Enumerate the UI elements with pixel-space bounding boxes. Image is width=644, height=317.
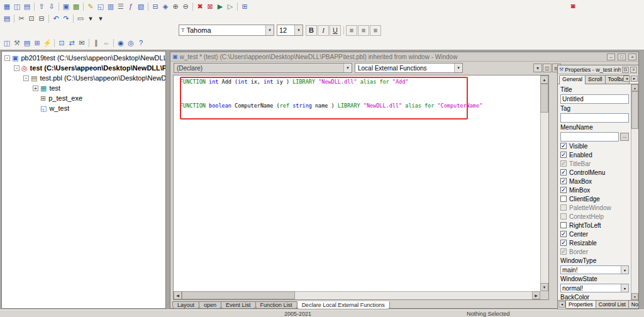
save-icon[interactable]: ▤ (2, 14, 12, 23)
target-icon[interactable]: ▩ (71, 2, 81, 11)
chevron-down-icon[interactable]: ▾ (294, 25, 303, 35)
scroll-up-icon[interactable]: ▲ (631, 84, 638, 91)
undo-icon[interactable]: ↶ (51, 14, 61, 23)
edit-icon[interactable]: ✎ (86, 2, 96, 11)
maxbox-checkbox[interactable]: ✓MaxBox (560, 177, 629, 186)
inherit-icon[interactable]: ◫ (12, 2, 22, 11)
open-icon[interactable]: ▤ (22, 2, 32, 11)
view-tab-event-list[interactable]: Event List (221, 301, 256, 309)
vertical-scrollbar[interactable]: ▲ ▼ (540, 75, 548, 291)
tree-item-test-app[interactable]: +▦test (2, 83, 165, 93)
scroll-left-icon[interactable]: ◀ (174, 291, 182, 299)
collapse-icon[interactable]: - (4, 55, 10, 61)
check-in-icon[interactable]: ⇧ (36, 2, 47, 11)
browse-button[interactable]: ... (620, 133, 629, 141)
clientedge-checkbox[interactable]: ClientEdge (560, 194, 629, 203)
props-bottom-tab-control-list[interactable]: Control List (596, 301, 629, 309)
scrollbar-thumb[interactable] (631, 91, 638, 129)
horizontal-scrollbar[interactable]: ◀ ▶ (174, 291, 540, 299)
bold-button[interactable]: B (306, 25, 317, 36)
copy-icon[interactable]: ⊡ (26, 14, 36, 23)
space-controls-icon[interactable]: ⇔ (101, 38, 111, 48)
chevron-down-icon[interactable]: ▾ (343, 64, 352, 72)
tab-scroll-left-icon[interactable]: ◂ (558, 301, 565, 308)
contexthelp-checkbox[interactable]: ContextHelp (560, 212, 629, 221)
font-name-combo[interactable]: T Tahoma ▾ (179, 25, 274, 36)
scrollbar-thumb[interactable] (182, 291, 295, 299)
script-editor[interactable]: FUNCTION int Add (int ix, int iy ) LIBRA… (173, 75, 549, 300)
properties-scrollbar[interactable]: ▲ ▼ (631, 84, 638, 300)
titlebar-checkbox[interactable]: ✓TitleBar (560, 159, 629, 168)
panes-icon[interactable]: ◫ (2, 38, 12, 48)
script-target-combo[interactable]: (Declare) ▾ (174, 63, 352, 73)
error-window-icon[interactable]: ⚡ (42, 38, 52, 48)
mail-icon[interactable]: ✉ (77, 38, 87, 48)
collapse-icon[interactable]: - (14, 65, 19, 71)
windowtype-select[interactable]: main!▾ (560, 265, 629, 274)
select-mode-dropdown-icon[interactable]: ▾ (86, 14, 96, 23)
browser-icon[interactable]: ◈ (160, 2, 170, 11)
debug-run-icon[interactable]: ▷ (225, 2, 235, 11)
tree-item-pb2019test[interactable]: -▣pb2019test (C:\Users\appeon\Desktop\Ne… (2, 53, 165, 63)
properties-title-bar[interactable]: ⚒ Properties - w_test inhe ⊡ × (558, 65, 638, 74)
foreground-color-icon[interactable]: ◉ (116, 38, 126, 48)
view-tab-function-list[interactable]: Function List (255, 301, 297, 309)
resizable-checkbox[interactable]: ✓Resizable (560, 238, 629, 247)
tab-scroll-left-icon[interactable]: ◂ (623, 75, 630, 82)
props-tab-general[interactable]: General (559, 75, 586, 84)
align-left-icon[interactable]: ≡ (346, 25, 357, 36)
tree-item-w-test[interactable]: -◱w_test (2, 103, 165, 113)
windowstate-select[interactable]: normal!▾ (560, 284, 629, 292)
tag-input[interactable] (560, 113, 629, 123)
props-bottom-tab-properties[interactable]: Properties (565, 301, 596, 309)
zoom-in-icon[interactable]: ⊕ (170, 2, 180, 11)
code-text[interactable]: FUNCTION int Add (int ix, int iy ) LIBRA… (174, 75, 540, 291)
scroll-down-icon[interactable]: ▼ (540, 283, 548, 291)
datawindow-painter-icon[interactable]: ▥ (106, 2, 116, 11)
maximize-button[interactable]: □ (618, 53, 626, 60)
view-tab-open[interactable]: open (199, 301, 221, 309)
script-view-icon[interactable]: ▤ (22, 38, 32, 48)
run-icon[interactable]: ▶ (215, 2, 225, 11)
chevron-down-icon[interactable]: ▾ (454, 64, 462, 72)
scrollbar-thumb[interactable] (540, 84, 548, 113)
zoom-out-icon[interactable]: ⊖ (180, 2, 191, 11)
editor-title-bar[interactable]: ▣ w_test * (test) (C:\Users\appeon\Deskt… (170, 52, 638, 62)
chevron-down-icon[interactable]: ▾ (265, 25, 274, 35)
align-controls-icon[interactable]: ∥ (91, 38, 101, 48)
window-painter-icon[interactable]: ◱ (96, 2, 106, 11)
event-list-view-icon[interactable]: ⊞ (32, 38, 42, 48)
tab-order-icon[interactable]: ⇄ (67, 38, 77, 48)
center-checkbox[interactable]: ✓Center (560, 230, 629, 238)
tree-item-test-pbl[interactable]: -▤test.pbl (C:\Users\appeon\Desktop\NewD… (2, 73, 165, 83)
structure-painter-icon[interactable]: ▧ (136, 2, 146, 11)
minbox-checkbox[interactable]: ✓MinBox (560, 186, 629, 194)
align-center-icon[interactable]: ≡ (358, 25, 369, 36)
pane-split-button[interactable]: ◫ (543, 64, 552, 72)
pane-dropdown-button[interactable]: ▾ (533, 64, 542, 72)
function-painter-icon[interactable]: ƒ (126, 2, 136, 11)
props-bottom-tab-non[interactable]: Non_ (628, 301, 639, 309)
palettewindow-checkbox[interactable]: PaletteWindow (560, 203, 629, 212)
align-right-icon[interactable]: ≡ (370, 25, 381, 36)
library-painter-icon[interactable]: ⊟ (150, 2, 160, 11)
props-tab-scroll[interactable]: Scroll (585, 75, 606, 84)
pin-button[interactable]: ⊡ (622, 67, 629, 73)
redo-icon[interactable]: ↷ (61, 14, 71, 23)
italic-button[interactable]: I (318, 25, 329, 36)
menu-painter-icon[interactable]: ☰ (116, 2, 126, 11)
view-tab-layout[interactable]: Layout (172, 301, 199, 309)
scroll-down-icon[interactable]: ▼ (631, 293, 638, 300)
close-button[interactable]: × (630, 67, 637, 73)
tab-scroll-right-icon[interactable]: ▸ (631, 75, 638, 82)
collapse-icon[interactable]: - (23, 75, 29, 81)
grid-icon[interactable]: ⊞ (240, 2, 250, 11)
close-icon[interactable]: ✖ (195, 2, 205, 11)
controlmenu-checkbox[interactable]: ✓ControlMenu (560, 168, 629, 177)
close-all-icon[interactable]: ⊠ (205, 2, 215, 11)
exit-icon[interactable]: ◙ (568, 1, 578, 10)
compile-dropdown-icon[interactable]: ▾ (96, 14, 106, 23)
tree-item-p-test-exe[interactable]: -⊞p_test_exe (2, 93, 165, 103)
new-icon[interactable]: ▦ (2, 2, 12, 11)
scroll-right-icon[interactable]: ▶ (532, 291, 540, 299)
